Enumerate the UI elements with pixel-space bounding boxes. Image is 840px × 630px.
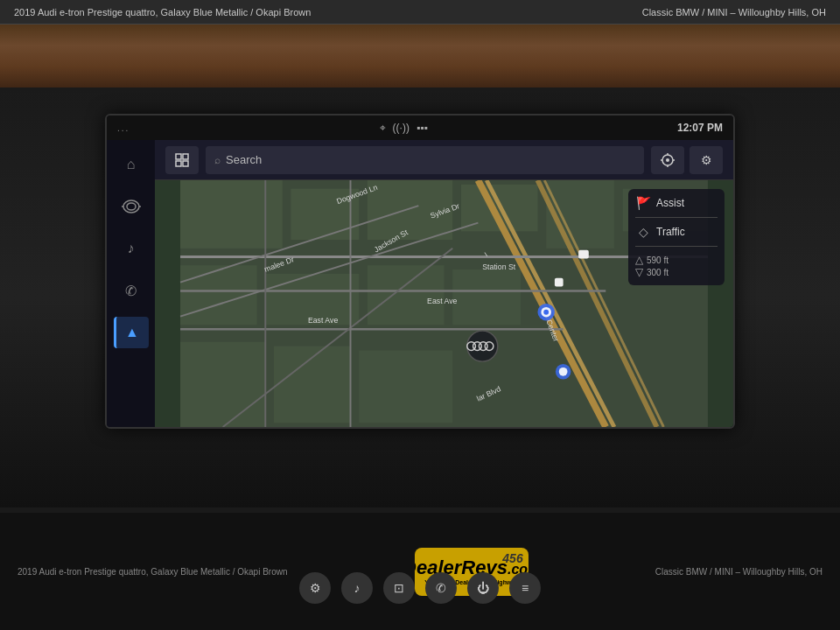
bottom-left-text: 2019 Audi e-tron Prestige quattro, Galax… [18,567,288,577]
svg-point-0 [123,200,139,213]
svg-text:East Ave: East Ave [308,316,339,325]
nav-navigation[interactable]: ▲ [114,317,149,348]
scale-down-icon: ▽ [635,266,643,278]
control-btn-5[interactable]: ⏻ [467,572,499,604]
search-bar[interactable]: ⌕ Search [206,146,644,174]
svg-rect-6 [176,161,181,166]
bottom-left-caption: 2019 Audi e-tron Prestige quattro, Galax… [18,567,288,577]
screen-toolbar: ⌕ Search ⚙ [155,140,733,180]
top-bar-right-text: Classic BMW / MINI – Willoughby Hills, O… [642,7,826,18]
svg-rect-40 [578,250,589,259]
screen-dots: ... [117,123,130,133]
traffic-icon: ◇ [635,225,651,239]
svg-point-1 [127,203,136,210]
scale-row-1: △ 590 ft [635,254,718,266]
top-bar-left-text: 2019 Audi e-tron Prestige quattro, Galax… [14,7,311,18]
dealer-revs-numbers: 456 [502,551,522,565]
svg-rect-5 [183,154,188,159]
scale-value-1: 590 ft [647,256,668,265]
control-btn-1[interactable]: ⚙ [299,572,331,604]
scale-row-2: ▽ 300 ft [635,266,718,278]
scale-up-icon: △ [635,254,643,266]
bottom-right-caption: Classic BMW / MINI – Willoughby Hills, O… [655,567,822,577]
svg-text:Station St: Station St [482,262,516,271]
svg-rect-24 [452,270,521,325]
toolbar-right-buttons: ⚙ [651,146,723,174]
control-btn-6[interactable]: ≡ [509,572,541,604]
search-label: Search [226,153,262,166]
numbers-text: 456 [502,551,522,565]
assist-label: Assist [656,197,684,209]
svg-rect-27 [359,350,452,423]
svg-text:East Ave: East Ave [427,297,458,305]
scale-value-2: 300 ft [647,268,668,277]
svg-rect-41 [555,278,564,287]
assist-item[interactable]: 🚩 Assist [635,196,718,210]
nav-radio[interactable] [114,191,149,222]
overlay-divider-2 [635,246,718,247]
screen-header: ... ⌖ ((·)) ▪▪▪ 12:07 PM [107,116,733,140]
infotainment-screen: ... ⌖ ((·)) ▪▪▪ 12:07 PM ⌂ ♪ ✆ ▲ [105,114,735,429]
settings-button[interactable]: ⚙ [690,146,723,174]
svg-rect-23 [368,265,444,325]
screen-header-icons: ⌖ ((·)) ▪▪▪ [380,122,428,134]
svg-point-43 [559,368,568,376]
grid-view-button[interactable] [165,146,199,174]
bottom-controls: ⚙ ♪ ⊡ ✆ ⏻ ≡ [299,572,541,604]
screen-time: 12:07 PM [677,122,723,134]
map-area: Dogwood Ln Sylvia Dr Jackson St malee Dr… [155,180,733,427]
search-icon: ⌕ [214,154,220,166]
svg-rect-15 [180,180,283,248]
bottom-bar: 2019 Audi e-tron Prestige quattro, Galax… [0,513,840,630]
signal-icon: ▪▪▪ [416,122,428,134]
scale-panel: △ 590 ft ▽ 300 ft [635,254,718,278]
wood-trim [0,24,840,94]
location-button[interactable] [651,146,684,174]
bluetooth-icon: ⌖ [380,122,386,134]
overlay-divider [635,217,718,218]
top-bar: 2019 Audi e-tron Prestige quattro, Galax… [0,0,840,24]
nav-music[interactable]: ♪ [114,233,149,264]
bottom-right-text: Classic BMW / MINI – Willoughby Hills, O… [655,567,822,577]
svg-point-39 [543,310,549,315]
svg-point-9 [666,158,669,162]
control-btn-2[interactable]: ♪ [341,572,373,604]
nav-phone[interactable]: ✆ [114,275,149,306]
svg-rect-4 [176,154,181,159]
traffic-label: Traffic [656,226,685,238]
assist-icon: 🚩 [635,196,651,210]
svg-rect-25 [180,342,265,427]
control-btn-3[interactable]: ⊡ [383,572,415,604]
map-overlay-panel: 🚩 Assist ◇ Traffic △ 590 ft ▽ 300 ft [628,189,724,285]
nav-sidebar: ⌂ ♪ ✆ ▲ [107,140,155,427]
traffic-item[interactable]: ◇ Traffic [635,225,718,239]
svg-rect-7 [183,161,188,166]
control-btn-4[interactable]: ✆ [425,572,457,604]
wifi-icon: ((·)) [393,122,410,134]
nav-home[interactable]: ⌂ [114,149,149,180]
